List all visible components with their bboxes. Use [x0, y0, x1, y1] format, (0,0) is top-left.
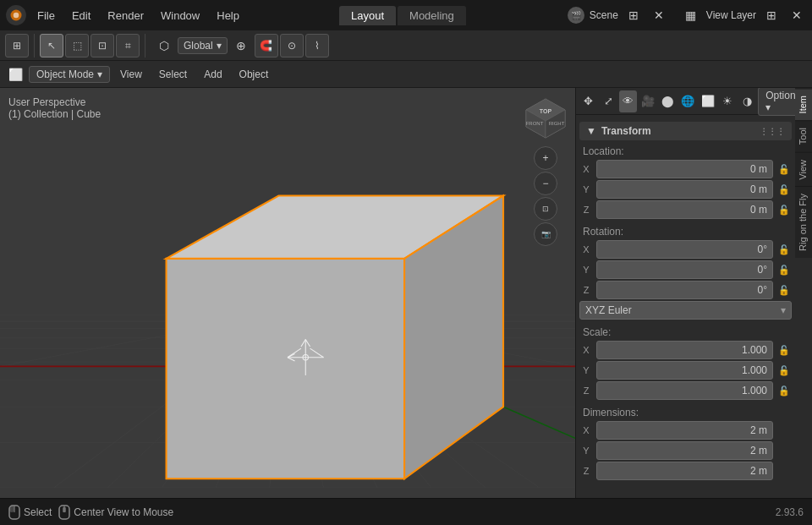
ricon-cursor[interactable]: ✥ [579, 90, 597, 112]
location-x-input[interactable]: 0 m [596, 160, 773, 178]
location-z-axis: Z [579, 205, 593, 215]
scale-z-lock[interactable]: 🔓 [776, 383, 792, 398]
toolbar-bar: ⊞ ↖ ⬚ ⊡ ⌗ ⬡ Global ▾ ⊕ 🧲 ⊙ ⌇ [0, 30, 812, 61]
menu-help[interactable]: Help [210, 6, 246, 25]
scale-y-input[interactable]: 1.000 [596, 361, 773, 380]
scale-label: Scale: [579, 326, 792, 338]
location-x-row: X 0 m 🔓 [579, 160, 792, 178]
menu-render[interactable]: Render [101, 6, 151, 25]
scale-y-lock[interactable]: 🔓 [776, 363, 792, 378]
location-z-input[interactable]: 0 m [596, 200, 773, 219]
scale-x-input[interactable]: 1.000 [596, 341, 773, 359]
rotation-y-lock[interactable]: 🔓 [776, 262, 792, 277]
viewport-controls: TOP FRONT RIGHT + − ⊡ 📷 [523, 95, 568, 246]
tool-icon-viewer[interactable]: ⊞ [5, 34, 29, 57]
zoom-fit-btn[interactable]: ⊡ [534, 197, 557, 221]
rotation-x-lock[interactable]: 🔓 [776, 242, 792, 257]
viewport-type-icon: ⬜ [5, 64, 25, 85]
location-z-lock[interactable]: 🔓 [776, 202, 792, 217]
location-y-input[interactable]: 0 m [596, 180, 773, 199]
rotation-y-row: Y 0° 🔓 [579, 260, 792, 279]
tool-select-circle[interactable]: ⊡ [91, 34, 114, 57]
view-layer-add-btn[interactable]: ⊞ [761, 5, 782, 25]
header-object[interactable]: Object [233, 66, 276, 83]
snap-btn[interactable]: 🧲 [255, 34, 278, 57]
tab-tool[interactable]: Tool [795, 120, 812, 151]
side-tabs: Item Tool View Rig on the Fly [795, 88, 812, 258]
rotation-mode-label: XYZ Euler [585, 304, 632, 316]
scene-icon: 🎬 [568, 7, 584, 24]
viewport[interactable]: User Perspective (1) Collection | Cube T… [0, 88, 575, 498]
ricon-globe[interactable]: 🌐 [678, 90, 696, 112]
view-layer-name[interactable]: View Layer [706, 9, 756, 21]
rotation-x-input[interactable]: 0° [596, 240, 773, 259]
menu-file[interactable]: File [30, 6, 62, 25]
tab-item[interactable]: Item [795, 88, 812, 120]
ricon-circle[interactable]: ⬤ [659, 90, 677, 112]
rotation-x-row: X 0° 🔓 [579, 240, 792, 259]
dim-x-input[interactable]: 2 m [596, 421, 773, 440]
proportional2-btn[interactable]: ⌇ [305, 34, 329, 57]
nav-cube[interactable]: TOP FRONT RIGHT [523, 95, 568, 140]
header-view[interactable]: View [113, 66, 149, 83]
transform-dropdown[interactable]: Global ▾ [178, 37, 228, 54]
dim-y-spacer [776, 443, 792, 458]
rotation-group: Rotation: X 0° 🔓 Y 0° 🔓 Z [579, 226, 792, 320]
ricon-half[interactable]: ◑ [738, 90, 756, 112]
transform-title: Transform [601, 125, 651, 137]
scene-name[interactable]: Scene [590, 9, 618, 21]
rotation-y-axis: Y [579, 265, 593, 275]
scale-z-axis: Z [579, 386, 593, 396]
workspace-tabs: Layout Modeling [339, 6, 466, 25]
menu-edit[interactable]: Edit [65, 6, 97, 25]
mode-dropdown[interactable]: Object Mode ▾ [29, 66, 110, 83]
proportional-btn[interactable]: ⊙ [280, 34, 304, 57]
zoom-out-btn[interactable]: − [534, 172, 557, 195]
dim-z-input[interactable]: 2 m [596, 462, 773, 480]
menu-window[interactable]: Window [154, 6, 206, 25]
header-add[interactable]: Add [197, 66, 228, 83]
status-bar: Select Center View to Mouse 2.93.6 [0, 498, 812, 525]
dim-z-spacer [776, 463, 792, 479]
scale-z-row: Z 1.000 🔓 [579, 381, 792, 400]
tab-layout[interactable]: Layout [339, 6, 396, 25]
tool-select-cursor[interactable]: ↖ [40, 34, 63, 57]
tab-view[interactable]: View [795, 152, 812, 187]
header-select[interactable]: Select [152, 66, 194, 83]
zoom-in-btn[interactable]: + [534, 146, 557, 170]
transform-orientation-icon: ⬡ [154, 36, 174, 56]
scale-x-lock[interactable]: 🔓 [776, 342, 792, 358]
location-x-lock[interactable]: 🔓 [776, 161, 792, 177]
rotation-z-input[interactable]: 0° [596, 281, 773, 299]
scene-remove-btn[interactable]: ✕ [649, 5, 669, 25]
ricon-cam[interactable]: 🎥 [639, 90, 656, 112]
location-y-lock[interactable]: 🔓 [776, 182, 792, 197]
tool-select-box[interactable]: ⬚ [65, 34, 89, 57]
rotation-y-input[interactable]: 0° [596, 260, 773, 279]
rotation-mode-dropdown[interactable]: XYZ Euler ▾ [579, 301, 792, 320]
blender-logo[interactable] [5, 4, 27, 26]
rotation-z-lock[interactable]: 🔓 [776, 282, 792, 298]
dim-x-spacer [776, 423, 792, 438]
ricon-eye[interactable]: 👁 [619, 90, 637, 112]
scale-z-input[interactable]: 1.000 [596, 381, 773, 400]
ricon-transform[interactable]: ⤢ [599, 90, 617, 112]
dim-z-row: Z 2 m [579, 462, 792, 480]
tab-rig[interactable]: Rig on the Fly [795, 186, 812, 258]
ricon-sun[interactable]: ☀ [718, 90, 736, 112]
scene-add-btn[interactable]: ⊞ [623, 5, 644, 25]
dimensions-group: Dimensions: X 2 m Y 2 m Z [579, 407, 792, 480]
main-area: User Perspective (1) Collection | Cube T… [0, 88, 812, 498]
dim-y-input[interactable]: 2 m [596, 441, 773, 460]
ricon-box[interactable]: ⬜ [699, 90, 716, 112]
cam-btn[interactable]: 📷 [534, 222, 557, 246]
tab-modeling[interactable]: Modeling [398, 6, 466, 25]
view-layer-remove-btn[interactable]: ✕ [787, 5, 807, 25]
tool-select-lasso[interactable]: ⌗ [116, 34, 140, 57]
transform-header[interactable]: ▼ Transform ⋮⋮⋮ [579, 122, 792, 140]
viewport-header: ⬜ Object Mode ▾ View Select Add Object [0, 61, 812, 88]
transform-pivot-icon[interactable]: ⊕ [231, 36, 251, 56]
status-center-label: Center View to Mouse [74, 506, 173, 518]
status-left: Select Center View to Mouse [8, 505, 173, 520]
view-layer-section: ▦ View Layer ⊞ ✕ [681, 5, 807, 25]
